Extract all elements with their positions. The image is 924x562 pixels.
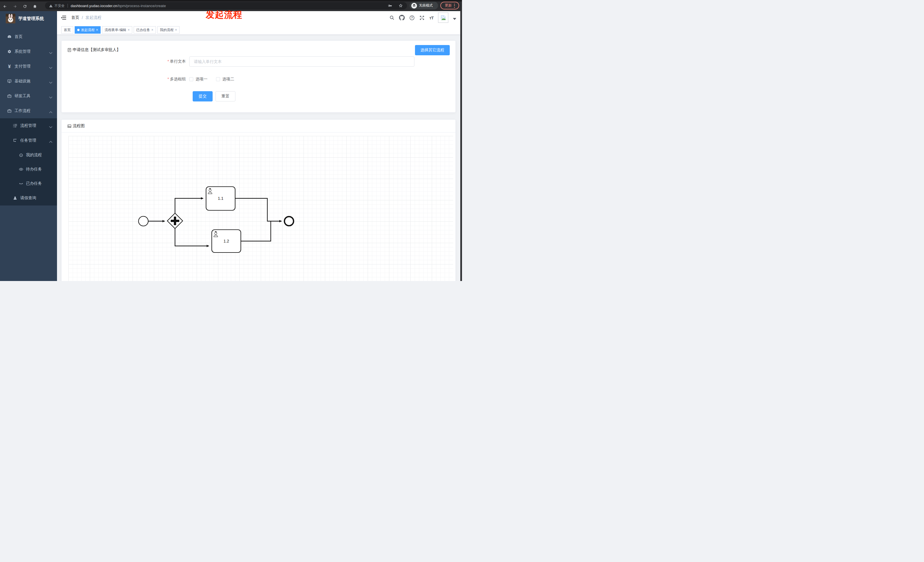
tag-tab-home[interactable]: 首页 xyxy=(61,26,73,34)
checkbox-option-2[interactable]: 选项二 xyxy=(216,76,234,82)
sidebar-item-process-management[interactable]: 流程管理 xyxy=(0,118,57,133)
help-icon[interactable]: ? xyxy=(409,15,415,21)
url-path: /bpm/process-instance/create xyxy=(117,4,166,8)
chevron-down-icon xyxy=(49,95,52,99)
sidebar-item-todo-tasks[interactable]: 待办任务 xyxy=(0,162,57,177)
security-label: 不安全 xyxy=(54,3,65,8)
tag-tab-form-edit[interactable]: 流程表单-编辑 × xyxy=(102,26,132,34)
avatar-caret-down-icon[interactable] xyxy=(453,18,456,20)
chevron-up-icon xyxy=(49,110,52,114)
field-label-single-line-text: *单行文本 xyxy=(67,59,189,64)
chevron-down-icon xyxy=(49,124,52,129)
bookmark-star-icon[interactable] xyxy=(399,3,403,8)
apply-info-title: 申请信息【测试多审批人】 xyxy=(73,47,120,52)
browser-update-button[interactable]: 更新 xyxy=(440,2,459,9)
key-icon[interactable] xyxy=(388,3,392,8)
chevron-up-icon xyxy=(49,139,52,144)
chevron-down-icon xyxy=(49,65,52,70)
font-size-icon[interactable]: тT xyxy=(429,15,434,20)
search-icon[interactable] xyxy=(389,15,394,20)
bpmn-canvas[interactable]: 1.1 1.2 xyxy=(68,136,453,281)
breadcrumb: 首页 / 发起流程 xyxy=(71,15,102,20)
tag-tab-done-tasks[interactable]: 已办任务 × xyxy=(134,26,156,34)
github-icon[interactable] xyxy=(399,15,405,21)
chevron-down-icon xyxy=(49,51,52,55)
single-line-text-input[interactable] xyxy=(189,57,414,67)
bpmn-user-task-1-2[interactable]: 1.2 xyxy=(212,230,241,252)
sidebar-item-leave-query[interactable]: 请假查询 xyxy=(0,191,57,205)
submit-button[interactable]: 提交 xyxy=(193,91,213,102)
sidebar-item-label: 请假查询 xyxy=(20,195,36,201)
flow-task1-to-end xyxy=(235,198,282,221)
user-icon xyxy=(13,196,17,200)
close-icon[interactable]: × xyxy=(128,28,130,31)
tag-label: 发起流程 xyxy=(81,28,94,33)
update-label: 更新 xyxy=(445,3,452,8)
yen-icon: ¥ xyxy=(7,64,12,69)
breadcrumb-home[interactable]: 首页 xyxy=(71,15,79,20)
browser-back-icon[interactable] xyxy=(3,4,7,9)
incognito-icon xyxy=(411,3,417,9)
tag-tab-my-process[interactable]: 我的流程 × xyxy=(158,26,180,34)
task-label: 1.1 xyxy=(218,196,224,201)
face-icon xyxy=(19,153,23,157)
tag-tab-create-process[interactable]: 发起流程 × xyxy=(75,26,100,34)
sidebar-item-dev-tools[interactable]: 研发工具 xyxy=(0,88,57,103)
sidebar-item-task-management[interactable]: 任务管理 xyxy=(0,133,57,148)
eye-icon xyxy=(19,167,23,172)
required-star: * xyxy=(168,59,169,64)
bpmn-user-task-1-1[interactable]: 1.1 xyxy=(206,187,235,210)
page-scrollbar[interactable] xyxy=(460,11,462,281)
reset-button[interactable]: 重置 xyxy=(216,91,236,102)
browser-menu-icon[interactable] xyxy=(454,4,455,8)
checkbox-icon[interactable] xyxy=(216,77,220,81)
active-dot xyxy=(77,29,80,31)
app-logo-row[interactable]: 芋道管理系统 xyxy=(0,11,57,26)
dashboard-icon xyxy=(7,34,12,39)
incognito-badge: 无痕模式 xyxy=(410,2,438,9)
app-title: 芋道管理系统 xyxy=(18,16,44,21)
tag-label: 已办任务 xyxy=(136,28,150,33)
select-other-process-button[interactable]: 选择其它流程 xyxy=(415,45,450,55)
bpmn-start-event[interactable] xyxy=(138,216,148,226)
workflow-submenu: 流程管理 任务管理 我的流程 xyxy=(0,118,57,205)
sidebar-item-label: 系统管理 xyxy=(15,49,30,54)
sidebar-item-infrastructure[interactable]: 基础设施 xyxy=(0,74,57,88)
close-icon[interactable]: × xyxy=(152,28,153,31)
sidebar-item-label: 研发工具 xyxy=(15,93,30,99)
url-separator xyxy=(68,4,68,8)
fullscreen-icon[interactable] xyxy=(419,15,424,21)
sidebar-item-label: 基础设施 xyxy=(15,79,30,84)
sidebar-item-workflow[interactable]: 工作流程 xyxy=(0,103,57,118)
document-icon xyxy=(67,48,72,52)
bpmn-end-event[interactable] xyxy=(285,217,294,226)
hamburger-icon[interactable] xyxy=(61,15,66,20)
address-bar[interactable]: 不安全 dashboard.yudao.iocoder.cn/bpm/proce… xyxy=(45,2,407,9)
close-icon[interactable]: × xyxy=(175,28,177,31)
close-icon[interactable]: × xyxy=(96,28,98,31)
sidebar-item-dashboard[interactable]: 首页 xyxy=(0,29,57,44)
sidebar-item-system-management[interactable]: 系统管理 xyxy=(0,44,57,59)
required-star: * xyxy=(168,76,169,81)
bpmn-parallel-gateway[interactable] xyxy=(167,213,183,229)
tags-view-bar: 首页 发起流程 × 流程表单-编辑 × 已办任务 × 我的流程 × xyxy=(57,24,460,35)
monitor-icon xyxy=(7,79,12,84)
browser-home-icon[interactable] xyxy=(33,4,37,9)
sidebar-item-payment-management[interactable]: ¥ 支付管理 xyxy=(0,59,57,74)
checkbox-icon[interactable] xyxy=(189,77,193,81)
svg-text:?: ? xyxy=(411,16,413,19)
eye-closed-icon xyxy=(19,181,23,186)
tree-list-icon xyxy=(13,123,17,128)
page-header: 首页 / 发起流程 ? тT xyxy=(57,11,460,24)
flow-task2-join xyxy=(241,221,271,241)
gear-icon xyxy=(7,49,12,54)
sidebar-item-my-process[interactable]: 我的流程 xyxy=(0,148,57,162)
sidebar-item-done-tasks[interactable]: 已办任务 xyxy=(0,177,57,191)
checkbox-group: 选项一 选项二 xyxy=(189,74,234,84)
avatar[interactable] xyxy=(438,12,448,23)
browser-forward-icon[interactable] xyxy=(13,4,17,9)
tag-label: 流程表单-编辑 xyxy=(105,28,126,33)
not-secure-warning-icon xyxy=(49,4,53,8)
browser-reload-icon[interactable] xyxy=(23,4,27,9)
checkbox-option-1[interactable]: 选项一 xyxy=(189,76,207,82)
